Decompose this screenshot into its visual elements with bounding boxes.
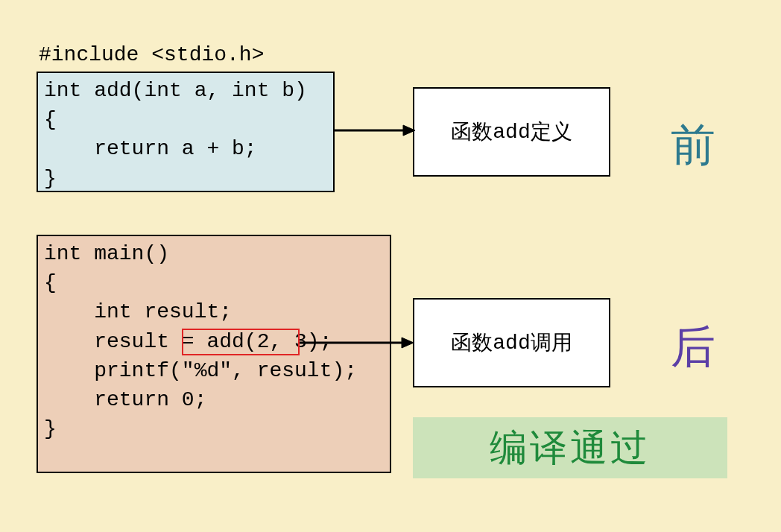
- svg-marker-3: [402, 338, 414, 348]
- label-text-suffix: 定义: [531, 118, 572, 146]
- label-add-definition: 函数 add 定义: [413, 87, 610, 177]
- svg-marker-1: [403, 125, 415, 136]
- arrow-definition: [335, 123, 417, 138]
- marker-before: 前: [671, 115, 715, 176]
- label-add-call: 函数 add 调用: [413, 298, 610, 387]
- label-text-mono: add: [493, 332, 530, 355]
- compile-pass-badge: 编译通过: [413, 417, 727, 478]
- diagram-canvas: #include <stdio.h> int add(int a, int b)…: [0, 0, 781, 532]
- label-text-mono: add: [493, 121, 530, 144]
- marker-after: 后: [671, 317, 715, 378]
- arrow-call: [300, 335, 415, 350]
- label-text-prefix: 函数: [451, 118, 493, 146]
- code-box-main: int main() { int result; result = add(2,…: [37, 235, 391, 473]
- label-text-prefix: 函数: [451, 329, 493, 357]
- code-box-add-definition: int add(int a, int b) { return a + b; }: [37, 72, 335, 192]
- label-text-suffix: 调用: [531, 329, 572, 357]
- code-include-line: #include <stdio.h>: [39, 43, 264, 66]
